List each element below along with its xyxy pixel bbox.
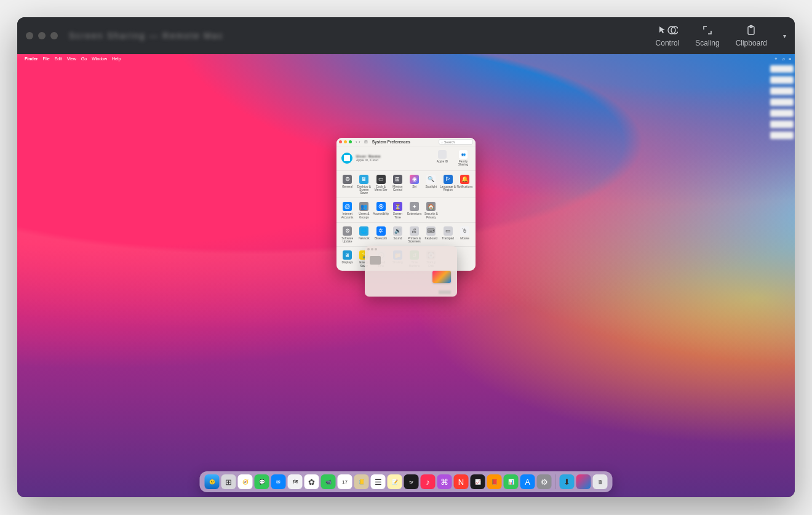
apple-id-icon — [438, 150, 447, 159]
menubar-status-area[interactable]: ᯤ ⌕ ≡ — [774, 57, 791, 61]
menu-file[interactable]: File — [42, 57, 49, 61]
menu-go[interactable]: Go — [81, 57, 87, 61]
pref-screen-time[interactable]: ⏳Screen Time — [389, 201, 406, 221]
pref-language-region[interactable]: 🏳Language & Region — [440, 174, 456, 197]
status-icon[interactable]: ᯤ — [774, 57, 779, 61]
clipboard-button[interactable]: Clipboard — [736, 24, 767, 47]
dock-mail[interactable]: ✉︎ — [271, 474, 286, 489]
prefs-row: @Internet Accounts👥Users & Groups⦿Access… — [336, 198, 476, 222]
pref-accessibility[interactable]: ⦿Accessibility — [373, 201, 389, 221]
pref-internet-accounts[interactable]: @Internet Accounts — [339, 201, 356, 221]
pref-notifications[interactable]: 🔔Notifications — [456, 174, 473, 197]
dock-safari[interactable]: 🧭 — [238, 474, 253, 489]
dock-numbers[interactable]: 📊 — [504, 474, 519, 489]
dock-reminders[interactable]: ☰ — [371, 474, 386, 489]
header-item-label: Apple ID — [437, 160, 448, 163]
dock-notes[interactable]: 📝 — [388, 474, 402, 489]
dock[interactable]: 🙂⊞🧭💬✉︎🗺✿📹17📒☰📝tv♪⌘N📈📕📊A⚙⬇🗑 — [200, 471, 613, 492]
search-input[interactable] — [444, 140, 471, 144]
back-button[interactable]: ‹ — [356, 140, 357, 145]
pref-spotlight[interactable]: 🔍Spotlight — [423, 174, 439, 197]
pref-mouse[interactable]: 🖱Mouse — [456, 225, 473, 246]
chevron-down-icon[interactable]: ▾ — [783, 33, 786, 39]
sysprefs-nav[interactable]: ‹ › ⊞ — [356, 140, 368, 145]
dock-trash[interactable]: 🗑 — [593, 474, 608, 489]
outer-titlebar[interactable]: Screen Sharing — Remote Mac Control Scal… — [17, 17, 795, 54]
menu-help[interactable]: Help — [112, 57, 121, 61]
pref-label: Network — [359, 237, 370, 240]
secondary-window-titlebar[interactable] — [365, 246, 457, 252]
sysprefs-toolbar[interactable]: ‹ › ⊞ System Preferences ⌕ — [336, 138, 476, 146]
close-icon[interactable] — [26, 32, 33, 39]
pref-label: Accessibility — [373, 212, 389, 215]
sysprefs-traffic-lights[interactable] — [339, 140, 352, 143]
dock-news[interactable]: N — [454, 474, 469, 489]
folder-icon[interactable] — [370, 256, 381, 265]
scaling-icon — [702, 24, 713, 36]
dock-calendar[interactable]: 17 — [338, 474, 352, 489]
search-icon[interactable]: ⌕ — [782, 57, 785, 61]
pref-users-groups[interactable]: 👥Users & Groups — [356, 201, 372, 221]
dock-books[interactable]: 📕 — [487, 474, 502, 489]
pref-dock-menu-bar[interactable]: ▭Dock & Menu Bar — [373, 174, 389, 197]
pref-network[interactable]: 🌐Network — [356, 225, 372, 246]
menubar-app-name[interactable]: Finder — [25, 57, 38, 61]
dock-launchpad[interactable]: ⊞ — [221, 474, 236, 489]
forward-button[interactable]: › — [359, 140, 360, 145]
header-apple-id[interactable]: Apple ID — [435, 150, 450, 167]
desktop-screen-saver-icon: 🖥 — [359, 175, 368, 184]
dock-stocks[interactable]: 📈 — [471, 474, 485, 489]
dock-contacts[interactable]: 📒 — [354, 474, 369, 489]
outer-traffic-lights[interactable] — [26, 32, 58, 39]
pref-trackpad[interactable]: ▭Trackpad — [440, 225, 456, 246]
pref-security-privacy[interactable]: 🏠Security & Privacy — [423, 201, 439, 221]
dock-maps[interactable]: 🗺 — [288, 474, 303, 489]
menu-view[interactable]: View — [67, 57, 76, 61]
pref-printers-scanners[interactable]: 🖨Printers & Scanners — [406, 225, 423, 246]
dock-photos[interactable]: ✿ — [304, 474, 319, 489]
file-thumbnail[interactable] — [432, 271, 451, 283]
avatar[interactable] — [341, 153, 352, 164]
pref-sound[interactable]: 🔊Sound — [389, 225, 406, 246]
header-family-sharing[interactable]: 👥Family Sharing — [456, 150, 471, 167]
control-center-icon[interactable]: ≡ — [789, 57, 791, 61]
zoom-icon[interactable] — [50, 32, 58, 39]
secondary-window[interactable] — [365, 246, 457, 297]
pref-general[interactable]: ⚙General — [339, 174, 356, 197]
sysprefs-search[interactable]: ⌕ — [439, 139, 473, 145]
dock-messages[interactable]: 💬 — [255, 474, 269, 489]
outer-window-title: Screen Sharing — Remote Mac — [69, 31, 224, 41]
zoom-icon[interactable] — [349, 140, 352, 143]
menu-window[interactable]: Window — [92, 57, 107, 61]
pref-label: Software Update — [340, 237, 356, 244]
users-groups-icon: 👥 — [359, 202, 368, 211]
grid-view-icon[interactable]: ⊞ — [364, 140, 368, 145]
pref-desktop-screen-saver[interactable]: 🖥Desktop & Screen Saver — [356, 174, 372, 197]
pref-keyboard[interactable]: ⌨Keyboard — [423, 225, 439, 246]
macos-menubar[interactable]: Finder File Edit View Go Window Help ᯤ ⌕… — [17, 54, 795, 63]
pref-mission-control[interactable]: ⊞Mission Control — [389, 174, 406, 197]
control-mode-button[interactable]: Control — [656, 24, 680, 47]
dock-finder[interactable]: 🙂 — [205, 474, 220, 489]
scaling-button[interactable]: Scaling — [695, 24, 719, 47]
menu-edit[interactable]: Edit — [55, 57, 62, 61]
dock-downloads[interactable]: ⬇ — [560, 474, 575, 489]
dock-settings[interactable]: ⚙ — [537, 474, 552, 489]
pref-extensions[interactable]: ✦Extensions — [406, 201, 423, 221]
minimize-icon[interactable] — [344, 140, 347, 143]
sysprefs-account-header[interactable]: User Name Apple ID, iCloud Apple ID👥Fami… — [336, 146, 476, 170]
pref-displays[interactable]: 🖥Displays — [339, 249, 356, 269]
pref-software-update[interactable]: ⚙Software Update — [339, 225, 356, 246]
pref-siri[interactable]: ◉Siri — [406, 174, 423, 197]
remote-desktop-viewport[interactable]: Finder File Edit View Go Window Help ᯤ ⌕… — [17, 54, 795, 497]
pref-bluetooth[interactable]: ✲Bluetooth — [373, 225, 389, 246]
dock-facetime[interactable]: 📹 — [321, 474, 336, 489]
dock-podcasts[interactable]: ⌘ — [437, 474, 452, 489]
dock-music[interactable]: ♪ — [421, 474, 436, 489]
minimize-icon[interactable] — [38, 32, 46, 39]
dock-appstore[interactable]: A — [520, 474, 535, 489]
dock-tv[interactable]: tv — [404, 474, 419, 489]
screen-time-icon: ⏳ — [393, 202, 402, 211]
close-icon[interactable] — [339, 140, 342, 143]
dock-screenshot[interactable] — [576, 474, 591, 489]
